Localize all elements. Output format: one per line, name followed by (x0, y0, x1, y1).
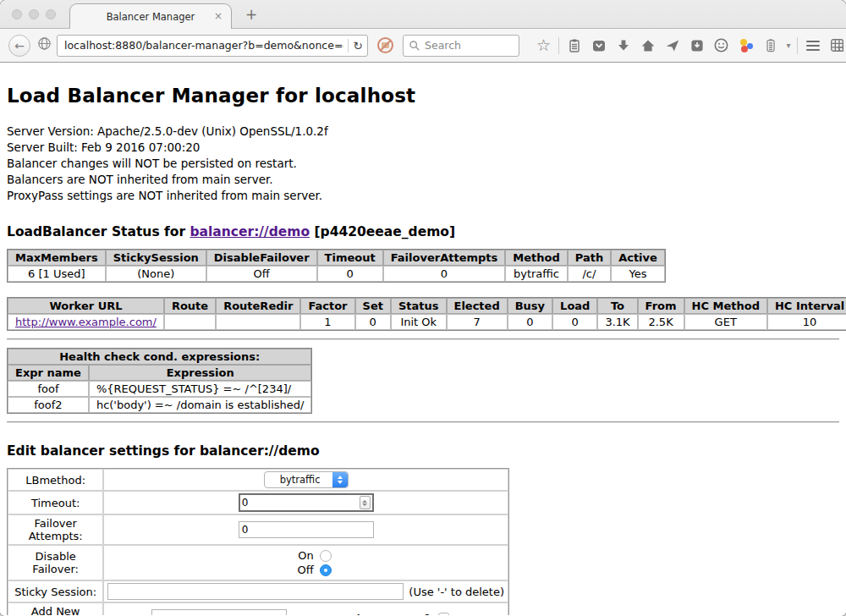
table-header-row: MaxMembers StickySession DisableFailover… (8, 250, 665, 266)
table-row: 6 [1 Used] (None) Off 0 0 bytraffic /c/ … (8, 266, 665, 282)
download-arrow-icon (616, 38, 631, 53)
divider (7, 421, 839, 423)
url-text: localhost:8880/balancer-manager?b=demo&n… (64, 39, 343, 52)
add-worker-row: Add New Worker: Are you sure? (8, 602, 508, 615)
clipboard-icon (567, 38, 582, 53)
window-zoom-button[interactable] (46, 9, 56, 19)
page-title: Load Balancer Manager for localhost (7, 85, 839, 107)
extension-colordots-button[interactable] (733, 38, 758, 53)
globe-icon[interactable] (37, 36, 52, 54)
home-icon (640, 38, 656, 53)
hamburger-icon (806, 41, 820, 51)
lbmethod-row: LBmethod: bytraffic (8, 469, 508, 491)
divider (7, 338, 839, 340)
notes-panel-button[interactable] (758, 38, 783, 53)
search-bar[interactable] (403, 35, 519, 57)
bookmark-star-button[interactable]: ☆ (531, 37, 556, 53)
failover-attempts-row: Failover Attempts: (8, 514, 508, 545)
table-header-row: Worker URL Route RouteRedir Factor Set S… (8, 298, 846, 314)
content-blocked-icon[interactable] (377, 37, 393, 53)
page-content: Load Balancer Manager for localhost Serv… (0, 63, 846, 615)
worker-url-link[interactable]: http://www.example.com/ (15, 316, 157, 328)
window-close-button[interactable] (12, 9, 22, 19)
new-tab-button[interactable]: + (245, 6, 257, 23)
search-input[interactable] (425, 39, 514, 52)
server-version-line: Server Version: Apache/2.5.0-dev (Unix) … (7, 124, 839, 140)
sticky-session-input[interactable] (107, 583, 404, 600)
tab-balancer-manager[interactable]: Balancer Manager × (69, 3, 232, 29)
smiley-icon (713, 37, 729, 53)
star-icon: ☆ (536, 37, 551, 53)
server-info: Server Version: Apache/2.5.0-dev (Unix) … (7, 124, 839, 204)
disable-failover-label: Disable Failover: (8, 545, 103, 580)
downloads-button[interactable] (611, 38, 635, 53)
pocket-button[interactable] (586, 38, 611, 53)
url-bar[interactable]: localhost:8880/balancer-manager?b=demo&n… (57, 35, 368, 57)
table-row: http://www.example.com/ 1 0 Init Ok 7 0 … (8, 314, 846, 330)
health-check-table: Health check cond. expressions: Expr nam… (7, 348, 312, 414)
table-row: foof %{REQUEST_STATUS} =~ /^[234]/ (8, 381, 311, 397)
select-arrows-icon (332, 472, 348, 487)
proxypass-note-line: ProxyPass settings are NOT inherited fro… (7, 188, 839, 204)
save-page-button[interactable] (684, 38, 709, 53)
browser-window: Balancer Manager × + ← localhost:8880/ba… (0, 0, 846, 616)
sticky-session-label: Sticky Session: (8, 580, 103, 602)
chevron-down-icon[interactable]: ▾ (783, 41, 794, 50)
sticky-session-hint: (Use '-' to delete) (409, 586, 504, 598)
window-minimize-button[interactable] (29, 9, 39, 19)
notepad-icon (763, 38, 778, 53)
square-download-icon (689, 38, 705, 53)
radio-on-label: On (298, 549, 313, 562)
confirm-checkbox[interactable] (438, 613, 449, 616)
sticky-session-row: Sticky Session: (Use '-' to delete) (8, 580, 508, 602)
lbmethod-label: LBmethod: (8, 469, 103, 491)
balancer-demo-link[interactable]: balancer://demo (190, 224, 310, 239)
failover-attempts-label: Failover Attempts: (8, 514, 103, 545)
menu-button[interactable] (800, 41, 825, 51)
paper-plane-icon (665, 38, 680, 53)
lbmethod-select[interactable]: bytraffic (264, 471, 349, 488)
tab-groups-button[interactable] (825, 37, 846, 53)
edit-balancer-form: LBmethod: bytraffic Timeout: (7, 468, 509, 615)
timeout-field (239, 493, 374, 512)
inherit-note-line: Balancers are NOT inherited from main se… (7, 172, 839, 188)
timeout-input[interactable] (242, 497, 360, 509)
reading-list-button[interactable] (562, 38, 586, 53)
pocket-icon (591, 38, 607, 53)
radio-off-label: Off (297, 564, 313, 576)
disable-failover-row: Disable Failover: On Off (8, 545, 508, 580)
server-built-line: Server Built: Feb 9 2016 07:00:20 (7, 140, 839, 156)
table-row: foof2 hc('body') =~ /domain is establish… (8, 397, 311, 413)
add-worker-input[interactable] (151, 609, 287, 615)
search-icon (409, 40, 420, 52)
table-header-row: Expr name Expression (8, 365, 311, 381)
home-button[interactable] (635, 38, 660, 53)
stepper-icon[interactable] (360, 496, 371, 509)
reload-icon[interactable]: ↻ (353, 40, 363, 52)
send-tab-button[interactable] (660, 38, 684, 53)
back-button[interactable]: ← (8, 35, 30, 57)
toolbar-icons: ☆ (531, 37, 846, 54)
grid-icon (829, 37, 845, 53)
back-arrow-icon: ← (14, 39, 25, 52)
window-controls (12, 9, 56, 19)
add-worker-label: Add New Worker: (8, 602, 103, 615)
loadbalancer-status-heading: LoadBalancer Status for balancer://demo … (7, 224, 839, 239)
confirm-label: Are you sure? (354, 612, 430, 616)
radio-on[interactable] (320, 550, 332, 562)
table-title-row: Health check cond. expressions: (8, 349, 311, 365)
timeout-label: Timeout: (8, 491, 103, 514)
tab-close-icon[interactable]: × (214, 11, 222, 21)
persist-note-line: Balancer changes will NOT be persisted o… (7, 156, 839, 172)
failover-attempts-input[interactable] (239, 521, 374, 538)
worker-status-table: Worker URL Route RouteRedir Factor Set S… (7, 297, 846, 331)
radio-off[interactable] (320, 564, 332, 576)
timeout-row: Timeout: (8, 491, 508, 514)
feedback-button[interactable] (709, 37, 733, 53)
tab-bar: Balancer Manager × + (0, 0, 846, 29)
colored-dots-icon (739, 38, 754, 53)
tab-title: Balancer Manager (107, 11, 195, 23)
edit-balancer-heading: Edit balancer settings for balancer://de… (7, 443, 839, 459)
balancer-status-table: MaxMembers StickySession DisableFailover… (7, 249, 666, 283)
navigation-toolbar: ← localhost:8880/balancer-manager?b=demo… (0, 29, 846, 63)
